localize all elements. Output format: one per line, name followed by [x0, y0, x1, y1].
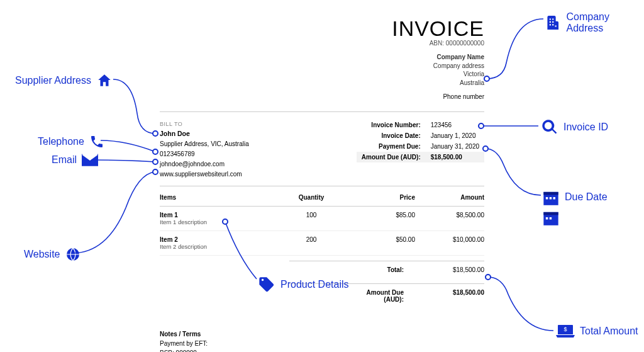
- item-price: $50.00: [346, 236, 415, 250]
- ann-due-date: Due Date: [542, 189, 608, 225]
- meta-paydue-label: Payment Due:: [357, 141, 426, 152]
- anchor-dot: [478, 123, 484, 129]
- ann-email: Email: [52, 154, 98, 166]
- ann-company-address: Company Address: [545, 11, 644, 34]
- item-desc: Item 2 description: [160, 243, 277, 250]
- ann-telephone: Telephone: [38, 134, 104, 149]
- bill-to-address: Supplier Address, VIC, Australia: [160, 139, 357, 149]
- search-icon: [541, 118, 558, 136]
- item-qty: 200: [277, 236, 346, 250]
- ann-label: Supplier Address: [15, 75, 91, 86]
- col-price: Price: [346, 194, 415, 201]
- invoice-header: INVOICE ABN: 00000000000 Company Name Co…: [160, 16, 484, 100]
- col-qty: Quantity: [277, 194, 346, 201]
- col-items: Items: [160, 194, 277, 201]
- svg-rect-4: [546, 217, 548, 220]
- ann-total-amount: $ Total Amount: [556, 324, 638, 339]
- ann-supplier-address: Supplier Address: [15, 72, 113, 89]
- total-value: $18,500.00: [415, 266, 484, 273]
- notes-line: BSB: 000000: [160, 348, 484, 352]
- ann-label: Company Address: [566, 11, 644, 34]
- abn-value: 00000000000: [446, 40, 484, 47]
- anchor-dot: [152, 159, 158, 165]
- mail-icon: [82, 154, 98, 166]
- meta-invno-label: Invoice Number:: [357, 120, 426, 130]
- item-amount: $8,500.00: [415, 212, 484, 225]
- home-icon: [96, 72, 113, 89]
- anchor-dot: [152, 169, 158, 175]
- item-desc: Item 1 description: [160, 219, 277, 225]
- ann-website: Website: [24, 247, 80, 262]
- ann-label: Product Details: [280, 279, 349, 290]
- ann-label: Website: [24, 249, 60, 260]
- tag-icon: [258, 276, 275, 293]
- svg-text:$: $: [564, 326, 567, 332]
- ann-label: Telephone: [38, 136, 84, 147]
- anchor-dot: [482, 145, 489, 152]
- invoice-sheet: INVOICE ABN: 00000000000 Company Name Co…: [141, 0, 503, 352]
- company-address: Company address: [160, 62, 484, 71]
- company-block: Company Name Company address Victoria Au…: [160, 53, 484, 87]
- anchor-dot: [485, 274, 491, 280]
- invoice-meta: Invoice Number: 123456 Invoice Date: Jan…: [357, 120, 484, 179]
- bill-to-block: BILL TO John Doe Supplier Address, VIC, …: [160, 120, 357, 179]
- svg-rect-2: [550, 197, 552, 200]
- svg-rect-5: [550, 217, 552, 220]
- bill-meta-row: BILL TO John Doe Supplier Address, VIC, …: [160, 111, 484, 186]
- building-icon: [545, 14, 561, 31]
- company-phone: Phone number: [160, 93, 484, 100]
- bill-to-email: johndoe@johndoe.com: [160, 159, 357, 169]
- ann-label: Due Date: [565, 191, 608, 203]
- meta-amtdue-value: $18,500.00: [426, 152, 484, 162]
- ann-label: Total Amount: [580, 326, 638, 337]
- anchor-dot: [484, 76, 490, 82]
- item-row: Item 1 Item 1 description 100 $85.00 $8,…: [160, 207, 484, 231]
- ann-label: Invoice ID: [564, 122, 608, 133]
- due-value: $18,500.00: [415, 289, 484, 303]
- calendar-icon: [542, 189, 560, 205]
- bill-to-phone: 0123456789: [160, 149, 357, 159]
- abn-line: ABN: 00000000000: [160, 40, 484, 47]
- meta-invdate-label: Invoice Date:: [357, 130, 426, 141]
- anchor-dot: [152, 149, 158, 155]
- bill-to-website: www.supplierswebsiteurl.com: [160, 169, 357, 179]
- ann-product-details: Product Details: [258, 276, 349, 293]
- anchor-dot: [152, 130, 158, 137]
- item-name: Item 2: [160, 236, 277, 243]
- item-amount: $10,000.00: [415, 236, 484, 250]
- notes-heading: Notes / Terms: [160, 329, 484, 339]
- item-row: Item 2 Item 2 description 200 $50.00 $10…: [160, 231, 484, 256]
- abn-label: ABN:: [430, 40, 444, 47]
- meta-invdate-value: January 1, 2020: [426, 130, 484, 141]
- svg-rect-3: [553, 197, 556, 200]
- laptop-money-icon: $: [556, 324, 575, 339]
- notes-line: Payment by EFT:: [160, 339, 484, 348]
- item-price: $85.00: [346, 212, 415, 225]
- globe-icon: [65, 247, 80, 262]
- meta-invno-value: 123456: [426, 120, 484, 130]
- anchor-dot: [222, 219, 228, 225]
- total-label: Total:: [346, 266, 415, 273]
- item-name: Item 1: [160, 212, 277, 219]
- bill-to-label: BILL TO: [160, 120, 357, 128]
- notes-block: Notes / Terms Payment by EFT: BSB: 00000…: [160, 329, 484, 352]
- due-label: Amount Due (AUD):: [346, 289, 415, 303]
- meta-amtdue-label: Amount Due (AUD):: [357, 152, 426, 162]
- item-qty: 100: [277, 212, 346, 225]
- meta-paydue-value: January 31, 2020: [426, 141, 484, 152]
- invoice-title: INVOICE: [160, 16, 484, 41]
- company-country: Australia: [160, 79, 484, 88]
- bill-to-name: John Doe: [160, 128, 357, 139]
- company-state: Victoria: [160, 70, 484, 79]
- ann-invoice-id: Invoice ID: [541, 118, 608, 136]
- calendar-icon: [542, 209, 560, 225]
- company-name: Company Name: [160, 53, 484, 62]
- items-header: Items Quantity Price Amount: [160, 189, 484, 207]
- phone-icon: [89, 134, 104, 149]
- col-amount: Amount: [415, 194, 484, 201]
- ann-label: Email: [52, 154, 77, 166]
- svg-rect-1: [546, 197, 548, 200]
